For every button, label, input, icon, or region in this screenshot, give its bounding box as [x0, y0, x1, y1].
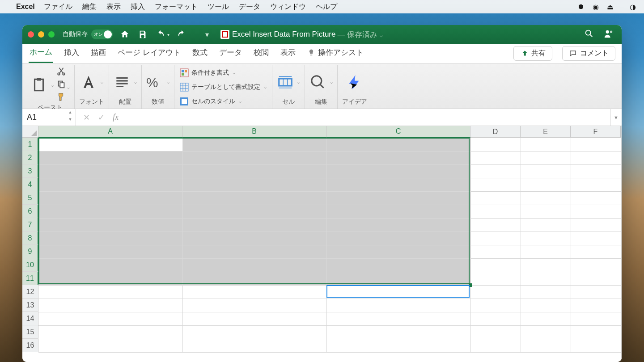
cell-D11[interactable] [470, 272, 521, 285]
cell-C2[interactable] [326, 151, 470, 164]
tab-home[interactable]: ホーム [29, 44, 53, 63]
cell-D10[interactable] [470, 258, 521, 272]
tab-review[interactable]: 校閲 [253, 45, 270, 62]
redo-icon[interactable] [176, 29, 187, 40]
cell-B3[interactable] [182, 164, 326, 178]
undo-dropdown[interactable]: ▾ [167, 32, 169, 37]
cell-E12[interactable] [521, 285, 571, 299]
font-dropdown[interactable]: ⌵ [101, 80, 103, 84]
menu-edit[interactable]: 編集 [82, 2, 97, 12]
cell-E6[interactable] [521, 205, 571, 218]
cells-area[interactable] [38, 138, 621, 362]
cell-D3[interactable] [470, 164, 521, 178]
cell-E11[interactable] [521, 272, 571, 285]
cell-A12[interactable] [38, 285, 182, 299]
cell-E16[interactable] [521, 339, 571, 352]
cell-C1[interactable] [326, 138, 470, 151]
cell-A9[interactable] [38, 245, 182, 258]
document-save-status[interactable]: — 保存済み ⌵ [337, 29, 382, 40]
cell-E3[interactable] [521, 164, 571, 178]
cell-C10[interactable] [326, 258, 470, 272]
alignment-dropdown[interactable]: ⌵ [134, 80, 137, 84]
column-header-F[interactable]: F [571, 126, 621, 138]
cell-D13[interactable] [470, 299, 521, 312]
row-header-5[interactable]: 5 [22, 191, 38, 205]
comment-button[interactable]: コメント [562, 46, 615, 61]
row-header-13[interactable]: 13 [22, 299, 38, 312]
cell-C8[interactable] [326, 232, 470, 245]
tab-view[interactable]: 表示 [280, 45, 297, 62]
format-painter-icon[interactable] [56, 92, 70, 104]
tab-draw[interactable]: 描画 [90, 45, 107, 62]
cell-B10[interactable] [182, 258, 326, 272]
cell-B6[interactable] [182, 205, 326, 218]
cell-E7[interactable] [521, 218, 571, 232]
format-as-table-button[interactable]: テーブルとして書式設定⌵ [179, 81, 267, 93]
tab-insert[interactable]: 挿入 [63, 45, 80, 62]
cell-E9[interactable] [521, 245, 571, 258]
select-all-corner[interactable] [22, 126, 38, 138]
cell-D16[interactable] [470, 339, 521, 352]
cell-B12[interactable] [182, 285, 326, 299]
cell-D15[interactable] [470, 325, 521, 339]
cell-A6[interactable] [38, 205, 182, 218]
cell-C3[interactable] [326, 164, 470, 178]
cell-D7[interactable] [470, 218, 521, 232]
qat-customize[interactable]: ▾ [205, 30, 209, 39]
vertical-scrollbar[interactable] [621, 126, 622, 362]
row-header-14[interactable]: 14 [22, 312, 38, 325]
cell-F7[interactable] [571, 218, 621, 232]
cell-E2[interactable] [521, 151, 571, 164]
row-header-12[interactable]: 12 [22, 285, 38, 299]
cell-B16[interactable] [182, 339, 326, 352]
cell-F13[interactable] [571, 299, 621, 312]
cell-D8[interactable] [470, 232, 521, 245]
row-header-4[interactable]: 4 [22, 178, 38, 191]
column-header-E[interactable]: E [521, 126, 571, 138]
cell-E13[interactable] [521, 299, 571, 312]
cell-D1[interactable] [470, 138, 521, 151]
cell-C14[interactable] [326, 312, 470, 325]
cell-B2[interactable] [182, 151, 326, 164]
cell-styles-button[interactable]: セルのスタイル⌵ [179, 96, 242, 107]
status-extra-icon[interactable]: ◑ [630, 3, 636, 11]
cell-F6[interactable] [571, 205, 621, 218]
cell-D12[interactable] [470, 285, 521, 299]
cell-A16[interactable] [38, 339, 182, 352]
cell-F8[interactable] [571, 232, 621, 245]
cell-C5[interactable] [326, 191, 470, 205]
row-header-3[interactable]: 3 [22, 164, 38, 178]
cell-A2[interactable] [38, 151, 182, 164]
cell-C16[interactable] [326, 339, 470, 352]
cell-C7[interactable] [326, 218, 470, 232]
editing-button[interactable] [309, 74, 326, 91]
cell-C12[interactable] [326, 285, 470, 299]
menu-view[interactable]: 表示 [106, 2, 121, 12]
row-header-10[interactable]: 10 [22, 258, 38, 272]
cell-A7[interactable] [38, 218, 182, 232]
cell-A5[interactable] [38, 191, 182, 205]
search-icon[interactable] [584, 29, 594, 40]
row-header-15[interactable]: 15 [22, 325, 38, 339]
cell-F2[interactable] [571, 151, 621, 164]
cell-E14[interactable] [521, 312, 571, 325]
cell-A3[interactable] [38, 164, 182, 178]
copy-icon[interactable]: ⌵ [56, 79, 70, 91]
tab-formulas[interactable]: 数式 [191, 45, 208, 62]
cell-F14[interactable] [571, 312, 621, 325]
cell-A11[interactable] [38, 272, 182, 285]
accessibility-icon[interactable]: ◉ [593, 3, 599, 11]
column-header-A[interactable]: A [38, 126, 182, 138]
formula-input[interactable] [126, 109, 610, 126]
cell-A14[interactable] [38, 312, 182, 325]
cell-A10[interactable] [38, 258, 182, 272]
tab-page-layout[interactable]: ページ レイアウト [117, 45, 182, 62]
conditional-formatting-button[interactable]: 条件付き書式⌵ [179, 67, 236, 79]
cell-E15[interactable] [521, 325, 571, 339]
cell-F1[interactable] [571, 138, 621, 151]
number-dropdown[interactable]: ⌵ [167, 80, 169, 84]
row-header-1[interactable]: 1 [22, 138, 38, 151]
cell-A4[interactable] [38, 178, 182, 191]
undo-icon[interactable] [155, 29, 166, 40]
menu-format[interactable]: フォーマット [155, 2, 198, 12]
